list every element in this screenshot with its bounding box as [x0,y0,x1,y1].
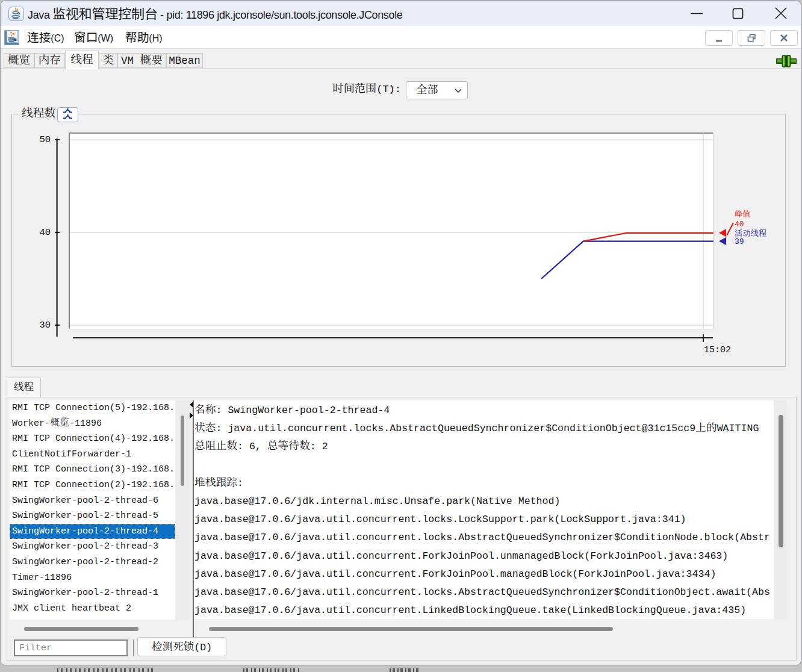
detail-vscroll-thumb[interactable] [779,415,783,547]
menu-connection[interactable]: 连接(C) [27,27,64,50]
legend-peak-value: 40 [735,220,744,229]
thread-count-panel: 线程数 50 40 30 [11,114,786,367]
thread-list-hscroll-thumb[interactable] [24,627,138,631]
thread-list-item[interactable]: SwingWorker-pool-2-thread-4 [10,524,175,540]
menu-window[interactable]: 窗口(W) [74,27,113,50]
jconsole-frame-icon [4,30,19,45]
thread-list-item[interactable]: RMI TCP Connection(5)-192.168. [10,400,175,416]
thread-list-item[interactable]: SwingWorker-pool-2-thread-2 [10,555,175,570]
tab-mbeans[interactable]: MBean [166,53,203,68]
background-window-fragment [243,668,300,672]
java-app-icon [8,7,24,21]
menu-bar: 连接(C) 窗口(W) 帮助(H) [1,26,801,49]
filter-placeholder: Filter [19,643,52,653]
thread-list-item[interactable]: SwingWorker-pool-2-thread-5 [10,508,175,524]
tab-threads[interactable]: 线程 [65,51,99,69]
close-icon [776,8,786,19]
thread-detail-text[interactable]: 名称: SwingWorker-pool-2-thread-4状态: java.… [194,400,774,619]
y-tick-40: 40 [39,227,51,238]
detail-hscroll-thumb[interactable] [209,627,613,631]
steam-icon [16,8,16,11]
thread-detail-line: java.base@17.0.6/jdk.internal.misc.Unsaf… [194,493,774,511]
thread-detail-line: java.base@17.0.6/java.util.concurrent.Fo… [194,565,774,583]
connection-status-icon [776,54,797,70]
thread-list-item[interactable]: SwingWorker-pool-2-thread-6 [10,493,175,509]
internal-close-icon [781,35,787,41]
thread-detail-line: 总阻止数: 6, 总等待数: 2 [194,438,774,456]
thread-list-item[interactable]: RMI TCP Connection(4)-192.168. [10,431,175,447]
thread-count-panel-title: 线程数 [19,108,58,120]
thread-list-item[interactable]: ClientNotifForwarder-1 [10,447,175,462]
menu-help[interactable]: 帮助(H) [125,27,163,50]
chart-overview-button[interactable] [57,107,78,122]
thread-count-chart: 50 40 30 15:02 峰值 [12,114,785,366]
time-axis-label: 15:02 [704,345,731,355]
thread-list-item[interactable]: RMI TCP Connection(2)-192.168. [10,478,175,493]
y-tick-30: 30 [39,320,51,331]
filter-separator [133,639,134,656]
live-marker-arrow [719,237,726,245]
peak-callout-line [727,223,733,235]
thread-detail-line: 堆栈跟踪: [194,474,774,493]
internal-close-button[interactable] [770,30,798,46]
detail-vertical-scrollbar[interactable] [774,400,787,619]
close-button[interactable] [758,1,797,26]
legend-live-value: 39 [735,237,744,246]
tab-strip-baseline [1,68,801,69]
peak-marker-arrow [719,229,726,237]
tab-vm-summary[interactable]: VM 概要 [117,53,166,68]
window-title: Java 监视和管理控制台 - pid: 11896 jdk.jconsole/… [28,3,403,28]
thread-detail-line: java.base@17.0.6/java.util.concurrent.lo… [194,583,774,602]
maximize-button[interactable] [716,1,754,26]
background-window-fragment [390,668,418,672]
thread-list[interactable]: RMI TCP Connection(5)-192.168.Worker-概览-… [10,400,175,620]
thread-detail-line: java.base@17.0.6/java.util.concurrent.Fo… [194,547,774,565]
tab-overview[interactable]: 概览 [4,53,34,68]
internal-restore-button[interactable] [738,30,765,46]
thread-detail-line: 状态: java.util.concurrent.locks.AbstractQ… [194,420,774,438]
thread-list-item[interactable]: SwingWorker-pool-2-thread-1 [10,585,175,601]
background-window-fragment [57,668,155,672]
y-tick-50: 50 [39,134,51,145]
thread-list-item[interactable]: SwingWorker-pool-2-thread-3 [10,539,175,555]
title-bar: Java 监视和管理控制台 - pid: 11896 jdk.jconsole/… [1,1,801,26]
tab-classes[interactable]: 类 [99,53,117,68]
filter-input[interactable]: Filter [14,639,128,656]
tab-memory[interactable]: 内存 [34,53,65,68]
plot-area [69,132,713,329]
thread-list-item[interactable]: Worker-概览-11896 [10,416,175,432]
time-range-label: 时间范围(T): [332,79,401,95]
thread-list-item[interactable]: JMX client heartbeat 2 [10,601,175,617]
time-range-select[interactable]: 全部 [406,81,468,99]
threads-sub-tab[interactable]: 线程 [7,378,41,397]
minimize-button[interactable] [674,1,712,26]
threads-sub-pane: RMI TCP Connection(5)-192.168.Worker-概览-… [7,397,797,661]
thread-detail-line: 名称: SwingWorker-pool-2-thread-4 [194,402,774,420]
chevron-down-icon [454,88,462,93]
detect-deadlock-button[interactable]: 检测死锁(D) [137,637,226,656]
chart-overview-icon [58,108,78,122]
thread-list-item[interactable]: RMI TCP Connection(3)-192.168. [10,462,175,478]
legend-live-label: 活动线程 [735,229,767,238]
thread-list-item[interactable]: Timer-11896 [10,570,175,586]
thread-detail-line [194,456,774,474]
legend-peak-label: 峰值 [735,210,751,219]
maximize-icon [733,9,743,19]
time-range-value: 全部 [416,85,438,96]
thread-list-vertical-scrollbar[interactable] [175,400,190,620]
thread-detail-line: java.base@17.0.6/java.util.concurrent.lo… [194,529,774,547]
main-tab-bar: 概览 内存 线程 类 VM 概要 MBean [1,49,801,72]
thread-detail-line: java.base@17.0.6/java.util.concurrent.lo… [194,511,774,529]
jconsole-window: Java 监视和管理控制台 - pid: 11896 jdk.jconsole/… [0,0,801,665]
internal-restore-icon [738,31,765,45]
thread-detail-line: java.base@17.0.6/java.util.concurrent.Li… [194,602,774,619]
internal-minimize-button[interactable] [705,30,733,46]
thread-list-vscroll-thumb[interactable] [181,415,184,486]
threads-tab-content: 时间范围(T): 全部 线程数 50 40 [1,72,801,665]
